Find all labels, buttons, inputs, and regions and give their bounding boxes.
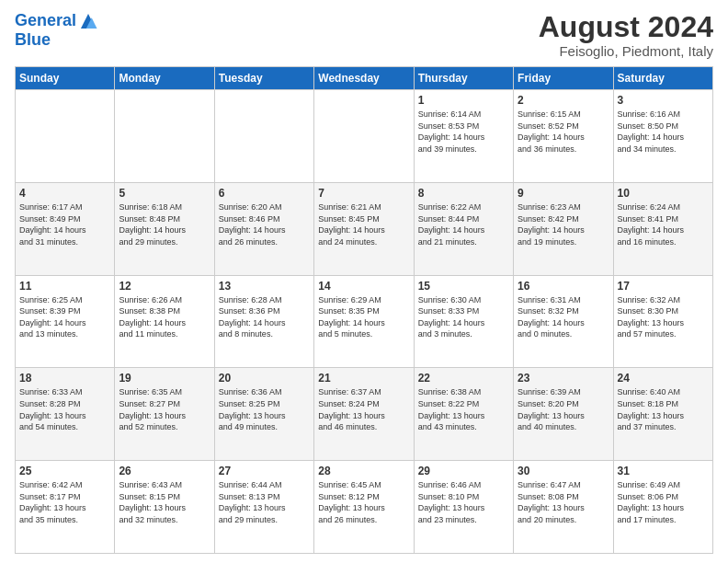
calendar-week-2: 11Sunrise: 6:25 AM Sunset: 8:39 PM Dayli…: [16, 275, 713, 368]
day-info: Sunrise: 6:35 AM Sunset: 8:27 PM Dayligh…: [119, 386, 210, 432]
day-number: 26: [119, 465, 210, 477]
logo: General Blue: [15, 11, 98, 50]
day-number: 18: [19, 372, 110, 385]
day-number: 19: [119, 372, 210, 385]
calendar-cell: 26Sunrise: 6:43 AM Sunset: 8:15 PM Dayli…: [115, 461, 214, 554]
day-info: Sunrise: 6:30 AM Sunset: 8:33 PM Dayligh…: [418, 294, 509, 340]
day-info: Sunrise: 6:17 AM Sunset: 8:49 PM Dayligh…: [19, 201, 110, 247]
day-number: 21: [318, 372, 409, 385]
day-info: Sunrise: 6:26 AM Sunset: 8:38 PM Dayligh…: [119, 294, 210, 340]
calendar-cell: 11Sunrise: 6:25 AM Sunset: 8:39 PM Dayli…: [16, 275, 115, 368]
calendar-cell: 28Sunrise: 6:45 AM Sunset: 8:12 PM Dayli…: [314, 461, 414, 554]
header-wednesday: Wednesday: [314, 67, 414, 90]
day-number: 27: [219, 465, 310, 477]
logo-text-line2: Blue: [15, 30, 51, 49]
day-info: Sunrise: 6:21 AM Sunset: 8:45 PM Dayligh…: [318, 201, 409, 247]
calendar-week-1: 4Sunrise: 6:17 AM Sunset: 8:49 PM Daylig…: [16, 182, 713, 275]
day-number: 13: [219, 280, 310, 293]
header-friday: Friday: [514, 67, 613, 90]
calendar-week-3: 18Sunrise: 6:33 AM Sunset: 8:28 PM Dayli…: [16, 368, 713, 461]
day-number: 11: [19, 280, 110, 293]
day-info: Sunrise: 6:42 AM Sunset: 8:17 PM Dayligh…: [19, 479, 110, 525]
calendar-week-0: 1Sunrise: 6:14 AM Sunset: 8:53 PM Daylig…: [16, 90, 713, 183]
calendar-cell: 13Sunrise: 6:28 AM Sunset: 8:36 PM Dayli…: [214, 275, 313, 368]
day-number: 17: [618, 280, 709, 293]
day-number: 9: [518, 187, 609, 200]
day-number: 1: [418, 94, 509, 107]
day-number: 23: [518, 372, 609, 385]
calendar-cell: 4Sunrise: 6:17 AM Sunset: 8:49 PM Daylig…: [16, 182, 115, 275]
day-number: 15: [418, 280, 509, 293]
calendar-cell: 14Sunrise: 6:29 AM Sunset: 8:35 PM Dayli…: [314, 275, 414, 368]
location-subtitle: Feisoglio, Piedmont, Italy: [539, 43, 713, 59]
header-monday: Monday: [115, 67, 214, 90]
day-number: 8: [418, 187, 509, 200]
calendar-cell: 22Sunrise: 6:38 AM Sunset: 8:22 PM Dayli…: [414, 368, 513, 461]
calendar-cell: 17Sunrise: 6:32 AM Sunset: 8:30 PM Dayli…: [613, 275, 712, 368]
calendar-cell: 23Sunrise: 6:39 AM Sunset: 8:20 PM Dayli…: [514, 368, 613, 461]
day-number: 22: [418, 372, 509, 385]
calendar-cell: 12Sunrise: 6:26 AM Sunset: 8:38 PM Dayli…: [115, 275, 214, 368]
day-info: Sunrise: 6:15 AM Sunset: 8:52 PM Dayligh…: [518, 109, 609, 155]
day-info: Sunrise: 6:29 AM Sunset: 8:35 PM Dayligh…: [318, 294, 409, 340]
day-info: Sunrise: 6:24 AM Sunset: 8:41 PM Dayligh…: [618, 201, 709, 247]
calendar-cell: [314, 90, 414, 183]
day-number: 4: [19, 187, 110, 200]
calendar-cell: 31Sunrise: 6:49 AM Sunset: 8:06 PM Dayli…: [613, 461, 712, 554]
title-area: August 2024 Feisoglio, Piedmont, Italy: [539, 11, 713, 59]
day-info: Sunrise: 6:40 AM Sunset: 8:18 PM Dayligh…: [618, 386, 709, 432]
month-year-title: August 2024: [539, 11, 713, 43]
calendar-cell: 16Sunrise: 6:31 AM Sunset: 8:32 PM Dayli…: [514, 275, 613, 368]
day-info: Sunrise: 6:25 AM Sunset: 8:39 PM Dayligh…: [19, 294, 110, 340]
calendar-cell: 7Sunrise: 6:21 AM Sunset: 8:45 PM Daylig…: [314, 182, 414, 275]
day-info: Sunrise: 6:38 AM Sunset: 8:22 PM Dayligh…: [418, 386, 509, 432]
header-tuesday: Tuesday: [214, 67, 313, 90]
calendar-cell: 6Sunrise: 6:20 AM Sunset: 8:46 PM Daylig…: [214, 182, 313, 275]
day-info: Sunrise: 6:36 AM Sunset: 8:25 PM Dayligh…: [219, 386, 310, 432]
calendar-cell: 2Sunrise: 6:15 AM Sunset: 8:52 PM Daylig…: [514, 90, 613, 183]
day-info: Sunrise: 6:47 AM Sunset: 8:08 PM Dayligh…: [518, 479, 609, 525]
calendar-cell: [214, 90, 313, 183]
calendar-cell: 20Sunrise: 6:36 AM Sunset: 8:25 PM Dayli…: [214, 368, 313, 461]
logo-icon: [78, 11, 98, 31]
calendar-cell: 5Sunrise: 6:18 AM Sunset: 8:48 PM Daylig…: [115, 182, 214, 275]
calendar-week-4: 25Sunrise: 6:42 AM Sunset: 8:17 PM Dayli…: [16, 461, 713, 554]
calendar-cell: 10Sunrise: 6:24 AM Sunset: 8:41 PM Dayli…: [613, 182, 712, 275]
day-number: 5: [119, 187, 210, 200]
calendar-header-row: Sunday Monday Tuesday Wednesday Thursday…: [16, 67, 713, 90]
header-thursday: Thursday: [414, 67, 513, 90]
calendar-cell: 3Sunrise: 6:16 AM Sunset: 8:50 PM Daylig…: [613, 90, 712, 183]
day-number: 25: [19, 465, 110, 477]
day-number: 16: [518, 280, 609, 293]
day-number: 7: [318, 187, 409, 200]
day-info: Sunrise: 6:28 AM Sunset: 8:36 PM Dayligh…: [219, 294, 310, 340]
calendar-cell: 9Sunrise: 6:23 AM Sunset: 8:42 PM Daylig…: [514, 182, 613, 275]
day-info: Sunrise: 6:20 AM Sunset: 8:46 PM Dayligh…: [219, 201, 310, 247]
logo-text-line1: General: [15, 12, 76, 30]
day-info: Sunrise: 6:31 AM Sunset: 8:32 PM Dayligh…: [518, 294, 609, 340]
calendar-cell: [16, 90, 115, 183]
day-number: 24: [618, 372, 709, 385]
calendar-cell: 21Sunrise: 6:37 AM Sunset: 8:24 PM Dayli…: [314, 368, 414, 461]
day-number: 29: [418, 465, 509, 477]
calendar-cell: 27Sunrise: 6:44 AM Sunset: 8:13 PM Dayli…: [214, 461, 313, 554]
day-info: Sunrise: 6:14 AM Sunset: 8:53 PM Dayligh…: [418, 109, 509, 155]
calendar-cell: 24Sunrise: 6:40 AM Sunset: 8:18 PM Dayli…: [613, 368, 712, 461]
day-number: 12: [119, 280, 210, 293]
day-number: 2: [518, 94, 609, 107]
day-info: Sunrise: 6:33 AM Sunset: 8:28 PM Dayligh…: [19, 386, 110, 432]
calendar-cell: 29Sunrise: 6:46 AM Sunset: 8:10 PM Dayli…: [414, 461, 513, 554]
day-info: Sunrise: 6:49 AM Sunset: 8:06 PM Dayligh…: [618, 479, 709, 525]
day-info: Sunrise: 6:22 AM Sunset: 8:44 PM Dayligh…: [418, 201, 509, 247]
day-info: Sunrise: 6:46 AM Sunset: 8:10 PM Dayligh…: [418, 479, 509, 525]
calendar-cell: 25Sunrise: 6:42 AM Sunset: 8:17 PM Dayli…: [16, 461, 115, 554]
day-number: 10: [618, 187, 709, 200]
day-info: Sunrise: 6:32 AM Sunset: 8:30 PM Dayligh…: [618, 294, 709, 340]
day-number: 6: [219, 187, 310, 200]
day-info: Sunrise: 6:37 AM Sunset: 8:24 PM Dayligh…: [318, 386, 409, 432]
day-number: 14: [318, 280, 409, 293]
calendar-cell: [115, 90, 214, 183]
header-saturday: Saturday: [613, 67, 712, 90]
day-info: Sunrise: 6:43 AM Sunset: 8:15 PM Dayligh…: [119, 479, 210, 525]
day-number: 28: [318, 465, 409, 477]
